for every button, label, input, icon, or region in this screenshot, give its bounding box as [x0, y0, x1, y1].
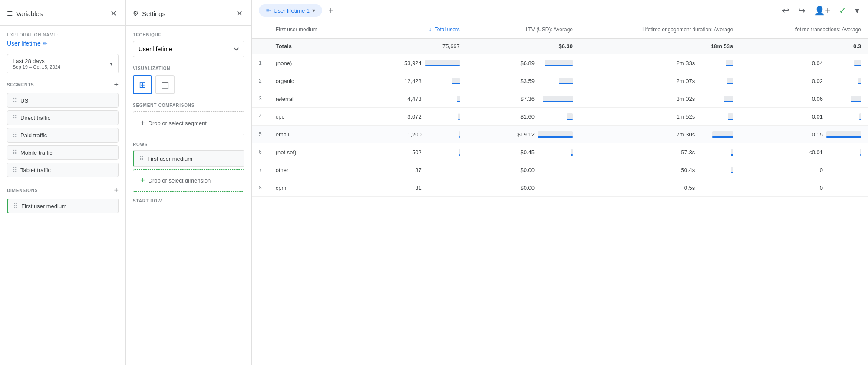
row-transactions: 0.04: [740, 54, 868, 72]
row-engagement: 7m 30s: [580, 126, 740, 143]
share-icon[interactable]: 👤+: [812, 3, 832, 17]
row-rank: 1: [252, 54, 269, 72]
drag-icon: ⠿: [13, 149, 17, 156]
row-users: 3,072: [354, 108, 467, 126]
segment-tablet-traffic[interactable]: ⠿ Tablet traffic: [7, 163, 119, 177]
row-ltv: $19.12: [467, 126, 580, 143]
tab-chevron-icon: ▾: [312, 7, 315, 14]
variables-header: ☰ Variables ✕: [0, 0, 125, 26]
viz-table-option[interactable]: ⊞: [133, 75, 152, 94]
date-range-selector[interactable]: Last 28 days Sep 19 – Oct 15, 2024 ▾: [7, 54, 119, 73]
edit-icon: ✏: [43, 40, 48, 47]
add-tab-button[interactable]: +: [324, 3, 338, 17]
col-users-header[interactable]: ↓ Total users: [354, 21, 467, 38]
col-medium-header[interactable]: First user medium: [269, 21, 354, 38]
add-segment-button[interactable]: +: [114, 80, 119, 90]
segments-section-header: SEGMENTS +: [7, 80, 119, 90]
row-transactions: 0: [740, 161, 868, 179]
table-row: 7 other 37 $0.00 50.4s: [252, 161, 868, 179]
close-icon: ✕: [110, 9, 117, 18]
row-rank: 5: [252, 126, 269, 143]
table-row: 5 email 1,200 $19.12 7m 30s: [252, 126, 868, 143]
table-row: 3 referral 4,473 $7.36 3m 02s: [252, 90, 868, 108]
variables-title: ☰ Variables: [7, 10, 43, 17]
row-engagement: 57.3s: [580, 143, 740, 161]
date-range-sub: Sep 19 – Oct 15, 2024: [13, 64, 60, 70]
tab-user-lifetime-1[interactable]: ✏ User lifetime 1 ▾: [259, 4, 322, 17]
row-users: 53,924: [354, 54, 467, 72]
col-engagement-header[interactable]: Lifetime engagement duration: Average: [580, 21, 740, 38]
row-engagement: 2m 33s: [580, 54, 740, 72]
table-row: 1 (none) 53,924 $6.89 2m 33s: [252, 54, 868, 72]
row-users: 12,428: [354, 72, 467, 90]
start-row-label: START ROW: [133, 199, 244, 203]
segment-us[interactable]: ⠿ US: [7, 93, 119, 108]
checkmark-icon[interactable]: ✓: [837, 3, 848, 17]
segments-label: SEGMENTS: [7, 83, 34, 87]
row-engagement: 50.4s: [580, 161, 740, 179]
row-ltv: $7.36: [467, 90, 580, 108]
technique-dropdown[interactable]: User lifetime: [133, 41, 244, 57]
viz-other-option[interactable]: ◫: [155, 75, 175, 94]
segments-list: ⠿ US ⠿ Direct traffic ⠿ Paid traffic ⠿ M…: [7, 93, 119, 177]
row-users: 4,473: [354, 90, 467, 108]
dimension-first-user-medium[interactable]: ⠿ First user medium: [7, 199, 119, 213]
col-ltv-header[interactable]: LTV (USD): Average: [467, 21, 580, 38]
variables-body: EXPLORATION NAME: User lifetime ✏ Last 2…: [0, 26, 125, 365]
settings-panel: ⚙ Settings ✕ TECHNIQUE User lifetime VIS…: [126, 0, 252, 365]
row-rank: 3: [252, 90, 269, 108]
totals-rank: [252, 38, 269, 54]
drag-icon: ⠿: [13, 97, 17, 104]
row-medium: email: [269, 126, 354, 143]
chevron-down-icon[interactable]: ▾: [853, 3, 861, 17]
exploration-name[interactable]: User lifetime ✏: [7, 40, 119, 47]
totals-engagement: 18m 53s: [580, 38, 740, 54]
top-bar-actions: ↩ ↪ 👤+ ✓ ▾: [780, 3, 861, 17]
redo-icon[interactable]: ↪: [796, 3, 807, 17]
dimensions-section-header: DIMENSIONS +: [7, 186, 119, 195]
row-transactions: 0: [740, 179, 868, 197]
drop-segment-zone[interactable]: + Drop or select segment: [133, 111, 244, 135]
settings-title: ⚙ Settings: [133, 10, 165, 17]
row-engagement: 1m 52s: [580, 108, 740, 126]
plus-icon: +: [140, 119, 145, 128]
row-ltv: $1.60: [467, 108, 580, 126]
technique-label: TECHNIQUE: [133, 33, 244, 37]
row-ltv: $3.59: [467, 72, 580, 90]
row-engagement: 2m 07s: [580, 72, 740, 90]
settings-header: ⚙ Settings ✕: [126, 0, 251, 26]
table-row: 2 organic 12,428 $3.59 2m 07s: [252, 72, 868, 90]
segment-paid-traffic[interactable]: ⠿ Paid traffic: [7, 128, 119, 143]
variables-close-button[interactable]: ✕: [109, 7, 119, 20]
col-transactions-header[interactable]: Lifetime transactions: Average: [740, 21, 868, 38]
row-rank: 7: [252, 161, 269, 179]
row-ltv: $0.45: [467, 143, 580, 161]
row-rank: 2: [252, 72, 269, 90]
drag-icon: ⠿: [13, 166, 17, 173]
segment-comparisons-label: SEGMENT COMPARISONS: [133, 103, 244, 108]
add-dimension-button[interactable]: +: [114, 186, 119, 195]
drop-dimension-zone[interactable]: + Drop or select dimension: [133, 169, 244, 192]
row-medium: (none): [269, 54, 354, 72]
row-first-user-medium[interactable]: ⠿ First user medium: [133, 150, 244, 167]
row-transactions: <0.01: [740, 143, 868, 161]
segment-direct-traffic[interactable]: ⠿ Direct traffic: [7, 110, 119, 125]
row-transactions: 0.15: [740, 126, 868, 143]
main-content: ✏ User lifetime 1 ▾ + ↩ ↪ 👤+ ✓ ▾ First u…: [252, 0, 868, 365]
viz-options: ⊞ ◫: [133, 75, 244, 94]
undo-icon[interactable]: ↩: [780, 3, 791, 17]
drag-icon: ⠿: [13, 132, 17, 139]
settings-close-button[interactable]: ✕: [234, 7, 244, 20]
settings-body: TECHNIQUE User lifetime VISUALIZATION ⊞ …: [126, 26, 251, 365]
totals-transactions: 0.3: [740, 38, 868, 54]
drag-icon: ⠿: [13, 114, 17, 121]
plus-icon: +: [140, 176, 145, 185]
row-rank: 8: [252, 179, 269, 197]
sort-desc-icon: ↓: [429, 27, 432, 33]
segment-mobile-traffic[interactable]: ⠿ Mobile traffic: [7, 145, 119, 160]
row-users: 502: [354, 143, 467, 161]
col-rank-header: [252, 21, 269, 38]
dimensions-label: DIMENSIONS: [7, 188, 38, 193]
row-transactions: 0.01: [740, 108, 868, 126]
row-ltv: $6.89: [467, 54, 580, 72]
